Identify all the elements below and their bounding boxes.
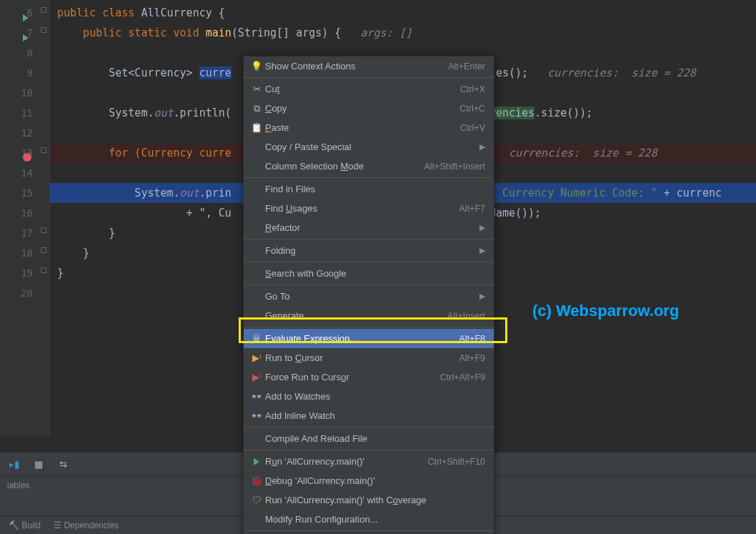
frames-icon[interactable]: ▸▮ [7, 458, 21, 472]
calculator-icon: 🖩 [249, 333, 264, 344]
line-number: 16 [0, 203, 39, 223]
menu-refactor[interactable]: Refactor▶ [244, 218, 494, 237]
code-text: ", Currency Numeric Code: " [483, 187, 657, 199]
line-number: 15 [0, 183, 39, 203]
inline-hint: currencies: size = 228 [528, 66, 696, 79]
menu-search-google[interactable]: Search with Google [244, 264, 494, 283]
line-number: 7 [0, 23, 39, 43]
code-text: System. [57, 187, 180, 199]
menu-separator [244, 262, 494, 262]
paste-icon: 📋 [249, 122, 264, 133]
menu-force-run-to-cursor[interactable]: ▶ᶦForce Run to CursorCtrl+Alt+F9 [244, 367, 494, 387]
line-number: 19 [0, 263, 39, 283]
menu-separator [244, 427, 494, 427]
code-text: AllCurrency { [141, 6, 224, 19]
code-text: public static void [57, 26, 206, 39]
menu-run-to-cursor[interactable]: ▶ᶦRun to CursorAlt+F9 [244, 348, 494, 367]
line-number: 13 [0, 143, 39, 163]
line-number-gutter: 6 7 8 9 10 11 12 13 14 15 16 17 18 19 20 [0, 0, 39, 436]
inline-hint: currencies: size = 228 [489, 147, 657, 159]
debug-icon: 🐞 [249, 475, 264, 486]
chevron-right-icon: ▶ [474, 246, 485, 255]
chevron-right-icon: ▶ [474, 223, 485, 232]
menu-paste[interactable]: 📋PasteCtrl+V [244, 118, 494, 137]
build-tool-button[interactable]: 🔨 Build [9, 520, 41, 530]
inline-watch-icon: 👓 [249, 410, 264, 421]
menu-separator [244, 327, 494, 327]
code-text: for (Currency curre [57, 147, 232, 159]
code-text: .println( [174, 107, 232, 119]
menu-copy-paste-special[interactable]: Copy / Paste Special▶ [244, 137, 494, 157]
code-text: } [57, 267, 64, 280]
menu-generate[interactable]: Generate...Alt+Insert [244, 306, 494, 325]
line-number: 6 [0, 3, 39, 23]
code-text: out [154, 107, 173, 119]
menu-column-selection[interactable]: Column Selection ModeAlt+Shift+Insert [244, 157, 494, 176]
code-text: + currenc [657, 187, 722, 199]
bulb-icon: 💡 [249, 61, 264, 71]
fold-toggle-icon[interactable] [41, 247, 46, 253]
menu-evaluate-expression[interactable]: 🖩Evaluate Expression...Alt+F8 [244, 329, 494, 348]
grid-icon[interactable]: ▦ [31, 458, 46, 472]
menu-separator [244, 77, 494, 78]
cut-icon: ✂ [249, 84, 264, 94]
selected-text: curre [199, 66, 232, 79]
menu-run[interactable]: Run 'AllCurrency.main()'Ctrl+Shift+F10 [244, 452, 494, 471]
code-text: .size()); [534, 107, 592, 119]
inline-hint: args: [] [341, 26, 412, 39]
line-number: 12 [0, 123, 39, 143]
menu-add-inline-watch[interactable]: 👓Add Inline Watch [244, 406, 494, 425]
code-text: Set<Currency> [57, 66, 199, 79]
menu-folding[interactable]: Folding▶ [244, 241, 494, 260]
menu-find-usages[interactable]: Find UsagesAlt+F7 [244, 199, 494, 218]
menu-cut[interactable]: ✂CutCtrl+X [244, 79, 494, 99]
fold-toggle-icon[interactable] [41, 267, 46, 273]
watermark-text: (c) Websparrow.org [532, 302, 679, 320]
line-number: 14 [0, 163, 39, 183]
menu-goto[interactable]: Go To▶ [244, 287, 494, 306]
code-text: public class [57, 6, 141, 19]
line-number: 8 [0, 43, 39, 63]
menu-separator [244, 285, 494, 285]
code-text: + ", Cu [57, 207, 232, 219]
menu-copy[interactable]: ⧉CopyCtrl+C [244, 99, 494, 118]
fold-toggle-icon[interactable] [41, 147, 46, 153]
fold-strip [39, 0, 50, 436]
line-number: 10 [0, 83, 39, 103]
menu-coverage[interactable]: 🛡Run 'AllCurrency.main()' with Coverage [244, 490, 494, 510]
watches-icon: 👓 [249, 391, 264, 402]
menu-add-to-watches[interactable]: 👓Add to Watches [244, 387, 494, 406]
code-text: (String[] args) { [232, 26, 342, 39]
menu-separator [244, 530, 494, 531]
fold-toggle-icon[interactable] [41, 227, 46, 233]
line-number: 17 [0, 223, 39, 243]
fold-toggle-icon[interactable] [41, 7, 46, 13]
code-text: System. [57, 107, 154, 119]
line-number: 11 [0, 103, 39, 123]
code-text: main [206, 26, 232, 39]
settings-icon[interactable]: ⇆ [56, 458, 70, 472]
menu-separator [244, 177, 494, 178]
layers-icon: ☰ [54, 520, 61, 530]
code-text: } [57, 247, 89, 259]
hammer-icon: 🔨 [9, 520, 19, 530]
menu-show-context-actions[interactable]: 💡Show Context ActionsAlt+Enter [244, 56, 494, 76]
menu-debug[interactable]: 🐞Debug 'AllCurrency.main()' [244, 471, 494, 490]
code-text: .prin [199, 187, 232, 199]
menu-compile-reload[interactable]: Compile And Reload File [244, 429, 494, 448]
fold-toggle-icon[interactable] [41, 27, 46, 33]
chevron-right-icon: ▶ [474, 292, 485, 301]
line-number: 9 [0, 63, 39, 83]
dependencies-tool-button[interactable]: ☰ Dependencies [54, 520, 119, 530]
menu-find-in-files[interactable]: Find in Files [244, 179, 494, 199]
line-number: 20 [0, 283, 39, 303]
menu-modify-run-config[interactable]: Modify Run Configuration... [244, 510, 494, 529]
coverage-icon: 🛡 [249, 495, 264, 505]
chevron-right-icon: ▶ [474, 142, 485, 152]
run-to-cursor-icon: ▶ᶦ [249, 352, 264, 363]
menu-separator [244, 450, 494, 450]
code-text: out [180, 187, 199, 199]
force-run-to-cursor-icon: ▶ᶦ [249, 372, 264, 382]
context-menu: 💡Show Context ActionsAlt+Enter ✂CutCtrl+… [243, 56, 494, 534]
run-icon [249, 458, 264, 465]
